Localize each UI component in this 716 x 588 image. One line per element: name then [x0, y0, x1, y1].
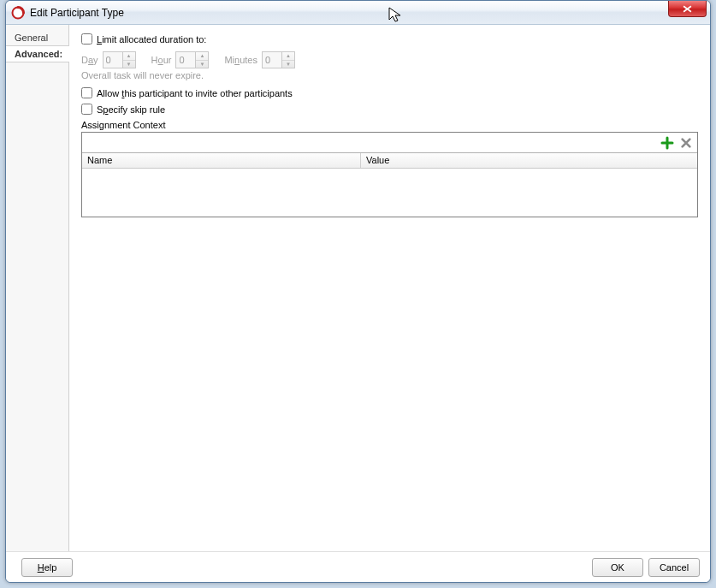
- minutes-label: Minutes: [224, 55, 257, 65]
- app-icon: [11, 6, 25, 20]
- dialog-footer: Help OK Cancel: [6, 551, 710, 582]
- hour-spin-buttons[interactable]: ▲▼: [196, 51, 209, 68]
- assignment-context-box: Name Value: [81, 132, 698, 217]
- delete-button[interactable]: [678, 135, 694, 151]
- minutes-input[interactable]: [262, 51, 282, 68]
- skip-rule-label: Specify skip rule: [97, 104, 165, 115]
- chevron-up-icon[interactable]: ▲: [282, 52, 294, 61]
- dialog-body: General Advanced: Limit allocated durati…: [6, 25, 710, 551]
- assignment-table-body[interactable]: [82, 169, 697, 217]
- day-input[interactable]: [103, 51, 123, 68]
- allow-invite-label: Allow this participant to invite other p…: [97, 88, 293, 98]
- chevron-down-icon[interactable]: ▼: [282, 61, 294, 68]
- skip-rule-row: Specify skip rule: [81, 104, 698, 115]
- minutes-spinner: ▲▼: [262, 51, 295, 68]
- chevron-up-icon[interactable]: ▲: [123, 52, 135, 61]
- skip-rule-checkbox[interactable]: [81, 104, 92, 115]
- chevron-down-icon[interactable]: ▼: [196, 61, 208, 68]
- delete-x-icon: [680, 137, 692, 149]
- hour-label: Hour: [151, 55, 172, 65]
- tab-general[interactable]: General: [6, 30, 68, 45]
- minutes-spin-buttons[interactable]: ▲▼: [282, 51, 295, 68]
- ok-button[interactable]: OK: [592, 558, 643, 577]
- hour-input[interactable]: [175, 51, 196, 68]
- dialog-window: Edit Participant Type General Advanced: …: [5, 0, 711, 583]
- plus-icon: [660, 136, 674, 150]
- assignment-toolbar: [82, 133, 697, 153]
- assignment-table-header: Name Value: [82, 153, 697, 169]
- help-button[interactable]: Help: [21, 558, 73, 577]
- allow-invite-checkbox[interactable]: [81, 87, 92, 98]
- hour-spinner: ▲▼: [175, 51, 209, 68]
- expire-hint: Overall task will never expire.: [81, 70, 698, 80]
- day-label: Day: [81, 55, 98, 65]
- add-button[interactable]: [660, 135, 675, 151]
- col-value[interactable]: Value: [361, 153, 697, 168]
- assignment-context-label: Assignment Context: [81, 120, 698, 130]
- allow-invite-row: Allow this participant to invite other p…: [81, 87, 698, 98]
- limit-duration-checkbox[interactable]: [81, 33, 92, 45]
- duration-inputs: Day ▲▼ Hour ▲▼ Minutes ▲▼: [81, 51, 698, 68]
- close-button[interactable]: [668, 1, 707, 17]
- limit-duration-label: Limit allocated duration to:: [97, 34, 206, 45]
- day-spin-buttons[interactable]: ▲▼: [123, 51, 136, 68]
- chevron-down-icon[interactable]: ▼: [123, 61, 135, 68]
- cancel-button[interactable]: Cancel: [648, 558, 700, 577]
- tab-sidebar: General Advanced:: [6, 25, 69, 551]
- day-spinner: ▲▼: [103, 51, 136, 68]
- window-title: Edit Participant Type: [30, 7, 124, 19]
- col-name[interactable]: Name: [82, 153, 361, 168]
- content-panel: Limit allocated duration to: Day ▲▼ Hour…: [69, 25, 710, 551]
- chevron-up-icon[interactable]: ▲: [196, 52, 208, 61]
- titlebar[interactable]: Edit Participant Type: [6, 1, 710, 25]
- tab-advanced[interactable]: Advanced:: [6, 45, 69, 62]
- limit-duration-row: Limit allocated duration to:: [81, 33, 698, 45]
